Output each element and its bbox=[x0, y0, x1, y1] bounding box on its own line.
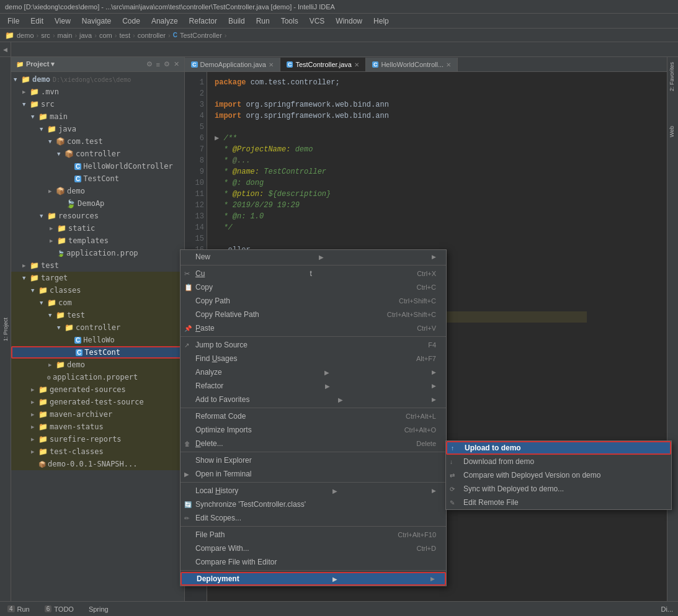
menu-run[interactable]: Run bbox=[251, 16, 275, 27]
tree-node-demo-jar[interactable]: ▶ 📦 demo-0.0.1-SNAPSH... bbox=[11, 458, 184, 470]
tab-helloworldcontroller[interactable]: C HelloWorldControll... ✕ bbox=[366, 58, 458, 71]
tree-node-resources[interactable]: ▼ 📁 resources bbox=[11, 210, 184, 222]
menu-edit[interactable]: Edit bbox=[25, 16, 48, 27]
ctx-local-history[interactable]: Local History ▶ bbox=[181, 484, 446, 498]
tree-node-com-classes[interactable]: ▼ 📁 com bbox=[11, 297, 184, 309]
ctx-paste[interactable]: 📌 Paste Ctrl+V bbox=[181, 321, 446, 335]
ctx-compare-with[interactable]: Compare With... Ctrl+D bbox=[181, 542, 446, 555]
submenu-compare-deployed[interactable]: ⇄ Compare with Deployed Version on demo bbox=[446, 468, 671, 482]
breadcrumb-controller[interactable]: controller bbox=[138, 32, 166, 39]
ctx-show-explorer[interactable]: Show in Explorer bbox=[181, 453, 446, 467]
tree-node-testcontroller-src[interactable]: ▶ C TestCont bbox=[11, 172, 184, 185]
ctx-reformat[interactable]: Reformat Code Ctrl+Alt+L bbox=[181, 409, 446, 423]
ctx-find-usages[interactable]: Find Usages Alt+F7 bbox=[181, 352, 446, 365]
tree-node-target[interactable]: ▼ 📁 target bbox=[11, 272, 184, 284]
menu-analyze[interactable]: Analyze bbox=[146, 16, 183, 27]
ctx-synchronize[interactable]: 🔄 Synchronize 'TestController.class' bbox=[181, 498, 446, 511]
tab-demoapplication-close[interactable]: ✕ bbox=[269, 61, 274, 68]
tab-demoapplication[interactable]: C DemoApplication.java ✕ bbox=[185, 58, 280, 71]
tree-node-generated-sources[interactable]: ▶ 📁 generated-sources bbox=[11, 383, 184, 396]
ctx-copy[interactable]: 📋 Copy Ctrl+C bbox=[181, 280, 446, 294]
tree-node-main[interactable]: ▼ 📁 main bbox=[11, 110, 184, 123]
breadcrumb-test[interactable]: test bbox=[119, 32, 130, 39]
tree-node-java[interactable]: ▼ 📁 java bbox=[11, 123, 184, 135]
menu-navigate[interactable]: Navigate bbox=[77, 16, 116, 27]
ctx-new[interactable]: New ▶ bbox=[181, 250, 446, 264]
ctx-jump-source[interactable]: ↗ Jump to Source F4 bbox=[181, 338, 446, 352]
breadcrumb-src[interactable]: src bbox=[41, 32, 50, 39]
bottom-tab-todo[interactable]: 6 TODO bbox=[42, 605, 76, 613]
menu-window[interactable]: Window bbox=[331, 16, 367, 27]
ctx-delete[interactable]: 🗑 Delete... Delete bbox=[181, 437, 446, 450]
tree-node-demo-root[interactable]: ▼ 📁 demo D:\xiedong\codes\demo bbox=[11, 73, 184, 86]
settings-icon[interactable]: ≡ bbox=[156, 61, 160, 68]
ctx-copy-relative-path[interactable]: Copy Relative Path Ctrl+Alt+Shift+C bbox=[181, 308, 446, 321]
tree-node-controller[interactable]: ▼ 📦 controller bbox=[11, 148, 184, 160]
bottom-tab-run[interactable]: 4 Run bbox=[5, 605, 32, 613]
menu-view[interactable]: View bbox=[50, 16, 76, 27]
ctx-compare-label: Compare With... bbox=[195, 544, 249, 553]
tree-node-test[interactable]: ▶ 📁 test bbox=[11, 259, 184, 272]
ctx-file-path[interactable]: File Path Ctrl+Alt+F10 bbox=[181, 528, 446, 542]
tree-node-test-classes-folder[interactable]: ▶ 📁 test-classes bbox=[11, 445, 184, 458]
close-panel-icon[interactable]: ✕ bbox=[174, 60, 179, 68]
submenu-upload[interactable]: ↑ Upload to demo bbox=[446, 441, 671, 455]
ctx-edit-scopes[interactable]: ✏ Edit Scopes... bbox=[181, 511, 446, 525]
bottom-tab-spring[interactable]: Spring bbox=[86, 605, 111, 613]
menu-build[interactable]: Build bbox=[223, 16, 250, 27]
menu-help[interactable]: Help bbox=[368, 16, 394, 27]
sidebar-tab-project[interactable]: 1: Project bbox=[1, 312, 10, 346]
submenu-sync-deployed[interactable]: ⟳ Sync with Deployed to demo... bbox=[446, 482, 671, 496]
tree-node-testcont-class[interactable]: ▶ C TestCont bbox=[11, 346, 184, 359]
gear-icon[interactable]: ⚙ bbox=[146, 60, 153, 68]
ctx-add-favorites[interactable]: Add to Favorites ▶ bbox=[181, 393, 446, 406]
tree-node-templates[interactable]: ▶ 📁 templates bbox=[11, 234, 184, 247]
breadcrumb-java[interactable]: java bbox=[79, 32, 92, 39]
tree-node-surefire-reports[interactable]: ▶ 📁 surefire-reports bbox=[11, 433, 184, 445]
right-sidebar: 2: Favorites Web bbox=[667, 57, 678, 601]
menu-code[interactable]: Code bbox=[117, 16, 145, 27]
ctx-jump-shortcut: F4 bbox=[428, 341, 436, 349]
tree-node-static[interactable]: ▶ 📁 static bbox=[11, 222, 184, 234]
tree-node-mvn[interactable]: ▶ 📁 .mvn bbox=[11, 86, 184, 98]
tree-node-demoapplication[interactable]: ▶ 🍃 DemoAp bbox=[11, 197, 184, 210]
tree-node-src[interactable]: ▼ 📁 src bbox=[11, 98, 184, 110]
ctx-refactor[interactable]: Refactor ▶ bbox=[181, 379, 446, 393]
tree-node-controller-classes[interactable]: ▼ 📁 controller bbox=[11, 321, 184, 334]
breadcrumb-main[interactable]: main bbox=[58, 32, 73, 39]
breadcrumb-demo[interactable]: demo bbox=[17, 32, 34, 39]
ctx-compare-editor[interactable]: Compare File with Editor bbox=[181, 555, 446, 569]
breadcrumb-com[interactable]: com bbox=[99, 32, 112, 39]
tree-node-app-propert[interactable]: ▶ ⚙ application.propert bbox=[11, 371, 184, 383]
tab-helloworldcontroller-close[interactable]: ✕ bbox=[446, 61, 451, 68]
gear2-icon[interactable]: ⚙ bbox=[164, 60, 170, 68]
tree-node-test-classes[interactable]: ▼ 📁 test bbox=[11, 309, 184, 321]
tree-node-hellowo-class[interactable]: ▶ C HelloWo bbox=[11, 334, 184, 346]
ctx-open-terminal[interactable]: ▶ Open in Terminal bbox=[181, 467, 446, 481]
right-tab-favorites[interactable]: 2: Favorites bbox=[667, 57, 678, 96]
ctx-cut[interactable]: ✂ Cut Ctrl+X bbox=[181, 267, 446, 280]
tree-node-generated-test-source[interactable]: ▶ 📁 generated-test-source bbox=[11, 396, 184, 408]
ctx-copy-path[interactable]: Copy Path Ctrl+Shift+C bbox=[181, 294, 446, 308]
tree-node-application-props[interactable]: ▶ 🍃 application.prop bbox=[11, 247, 184, 259]
right-tab-web[interactable]: Web bbox=[667, 121, 678, 142]
menu-vcs[interactable]: VCS bbox=[305, 16, 330, 27]
breadcrumb-testcontroller[interactable]: TestController bbox=[180, 32, 222, 39]
tree-node-com-test[interactable]: ▼ 📦 com.test bbox=[11, 135, 184, 148]
tree-node-demo-package[interactable]: ▶ 📦 demo bbox=[11, 185, 184, 197]
menu-file[interactable]: File bbox=[2, 16, 24, 27]
tab-testcontroller[interactable]: C TestController.java ✕ bbox=[280, 58, 366, 71]
ctx-analyze[interactable]: Analyze ▶ bbox=[181, 365, 446, 379]
submenu-download[interactable]: ↓ Download from demo bbox=[446, 455, 671, 468]
tab-testcontroller-close[interactable]: ✕ bbox=[354, 61, 359, 68]
menu-refactor[interactable]: Refactor bbox=[184, 16, 222, 27]
ctx-optimize-imports[interactable]: Optimize Imports Ctrl+Alt+O bbox=[181, 423, 446, 437]
tree-node-demo-under-test[interactable]: ▶ 📁 demo bbox=[11, 359, 184, 371]
tree-node-classes[interactable]: ▼ 📁 classes bbox=[11, 284, 184, 297]
tree-node-helloworldcontroller[interactable]: ▶ C HelloWorldController bbox=[11, 160, 184, 172]
tree-node-maven-archiver[interactable]: ▶ 📁 maven-archiver bbox=[11, 408, 184, 421]
tree-node-maven-status[interactable]: ▶ 📁 maven-status bbox=[11, 421, 184, 433]
ctx-deployment[interactable]: Deployment ▶ bbox=[181, 572, 446, 586]
menu-tools[interactable]: Tools bbox=[276, 16, 303, 27]
submenu-edit-remote[interactable]: ✎ Edit Remote File bbox=[446, 496, 671, 509]
